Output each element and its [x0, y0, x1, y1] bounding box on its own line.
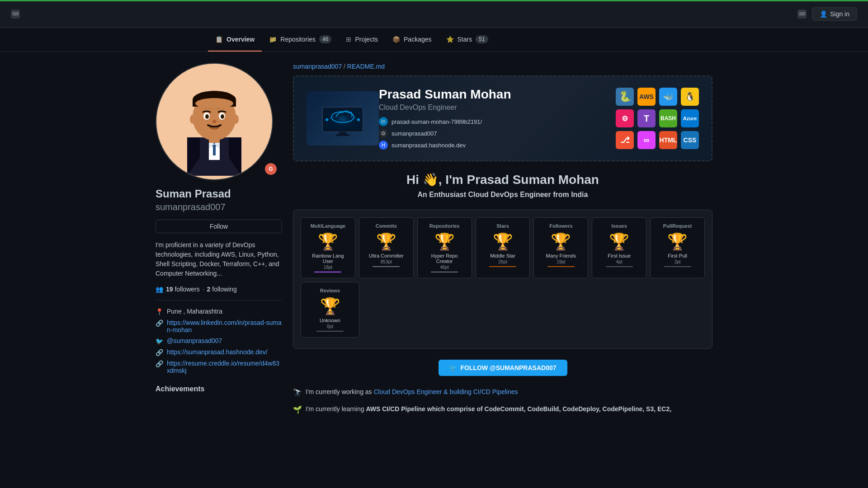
tab-projects[interactable]: ⊞ Projects [339, 28, 385, 52]
breadcrumb-user-link[interactable]: sumanprasad007 [293, 63, 342, 70]
tab-stars[interactable]: ⭐ Stars 51 [439, 28, 495, 52]
twitter-follow-wrapper: 🐦 FOLLOW @SUMANPRASAD007 [293, 360, 712, 376]
breadcrumb-file-link[interactable]: README.md [347, 63, 385, 70]
tab-overview[interactable]: 📋 Overview [208, 28, 262, 52]
readme-item-2-text: I'm currently learning AWS CI/CD Pipelin… [306, 404, 671, 414]
avatar-container: G [156, 63, 282, 180]
banner-links: in prasad-suman-mohan-7989b2191/ ⊙ suman… [379, 117, 616, 150]
trophy-followers-label: Followers [549, 223, 572, 229]
tech-row-2: ⚙ T BASH Azure [616, 109, 699, 127]
svg-point-15 [212, 120, 217, 123]
trophy-repos-score: 46pt [440, 265, 448, 270]
svg-point-14 [221, 114, 224, 119]
banner-illustration [311, 94, 374, 143]
terminal-icon-2[interactable]: ⌨ [797, 9, 807, 19]
tab-stars-label: Stars [458, 36, 472, 43]
trophy-repos-bar [431, 272, 458, 272]
devops-icon: ⚙ [616, 109, 634, 127]
trophy-pr-label: PullRequest [663, 223, 692, 229]
tab-packages[interactable]: 📦 Packages [385, 28, 439, 52]
location-icon: 📍 [156, 308, 163, 315]
trophy-reviews-name: Unknown [320, 318, 340, 323]
cicd-link[interactable]: Cloud DevOps Engineer & building CI/CD P… [374, 388, 518, 395]
profile-username: sumanprasad007 [156, 202, 282, 212]
twitter-bird-icon: 🐦 [449, 364, 457, 371]
link-icon-3: 🔗 [156, 360, 163, 367]
banner-linkedin-text: prasad-suman-mohan-7989b2191/ [392, 118, 482, 125]
svg-point-27 [326, 118, 328, 121]
followers-link[interactable]: 19 followers [166, 286, 200, 293]
profile-meta: 📍 Pune , Maharashtra 🔗 https://www.linke… [156, 308, 282, 374]
trophy-pr-name: First Pull [668, 253, 687, 258]
hashnode-link[interactable]: https://sumanprasad.hashnode.dev/ [167, 348, 268, 356]
trophy-issues-name: First Issue [608, 253, 631, 258]
banner-hashnode-text: sumanprasad.hashnode.dev [392, 142, 466, 149]
tab-repositories[interactable]: 📁 Repositories 46 [262, 28, 339, 52]
following-link[interactable]: 2 following [207, 286, 237, 293]
link-icon-1: 🔗 [156, 319, 163, 327]
readme-bullets: 🔭 I'm currently working as Cloud DevOps … [293, 387, 712, 415]
tech-row-1: 🐍 AWS 🐳 🐧 [616, 88, 699, 106]
docker-icon: 🐳 [659, 88, 677, 106]
follow-button[interactable]: Follow [156, 220, 282, 233]
git-icon: ⎇ [616, 131, 634, 149]
tab-projects-label: Projects [355, 36, 378, 43]
trophy-followers: Followers 🏆 Many Friends 19pt [533, 217, 588, 278]
resume-item: 🔗 https://resume.creddle.io/resume/d4w83… [156, 360, 282, 374]
right-content: sumanprasad007 / README.md [293, 63, 712, 421]
avatar [156, 63, 273, 180]
trophy-reviews-icon: 🏆 [320, 297, 340, 316]
following-label: following [212, 286, 236, 293]
avatar-badge: G [264, 162, 278, 176]
trophy-issues-score: 4pt [616, 259, 623, 264]
trophy-commits-icon: 🏆 [376, 232, 396, 251]
trophy-stars-bar [489, 266, 516, 267]
hashnode-item: 🔗 https://sumanprasad.hashnode.dev/ [156, 348, 282, 356]
progress-bar [0, 0, 868, 1]
python-icon: 🐍 [616, 88, 634, 106]
trophy-followers-icon: 🏆 [551, 232, 571, 251]
trophy-repos-label: Repositories [429, 223, 460, 229]
bullet-emoji-1: 🔭 [293, 387, 302, 399]
followers-row: 👥 19 followers · 2 following [156, 286, 282, 293]
sign-in-button[interactable]: 👤 Sign in [812, 7, 857, 21]
person-icon: 👤 [820, 10, 827, 18]
tab-repos-label: Repositories [280, 36, 316, 43]
terminal-icon: ⌨ [11, 9, 20, 19]
trophy-issues-label: Issues [612, 223, 627, 229]
tab-overview-label: Overview [226, 36, 255, 43]
sign-in-label: Sign in [830, 10, 849, 18]
hashnode-badge: H [379, 141, 388, 150]
terraform-icon: T [637, 109, 656, 127]
hi-heading: Hi 👋, I'm Prasad Suman Mohan [293, 172, 712, 187]
twitter-follow-button[interactable]: 🐦 FOLLOW @SUMANPRASAD007 [439, 360, 567, 376]
svg-point-10 [195, 98, 233, 109]
twitter-link[interactable]: @sumanprasad007 [167, 337, 222, 344]
breadcrumb-file: README [347, 63, 374, 70]
projects-icon: ⊞ [346, 36, 351, 43]
tab-packages-label: Packages [404, 36, 431, 43]
trophy-multilanguage-name: Rainbow Lang User [308, 253, 348, 264]
svg-point-17 [233, 115, 239, 124]
trophy-followers-bar [547, 266, 575, 267]
achievements-heading: Achievements [156, 385, 282, 393]
trophy-row-2: Reviews 🏆 Unknown 0pt [301, 282, 705, 338]
profile-tabs: 📋 Overview 📁 Repositories 46 ⊞ Projects … [0, 28, 868, 52]
trophy-row-1: MultiLanguage 🏆 Rainbow Lang User 18pt C… [301, 217, 705, 278]
packages-icon: 📦 [392, 36, 400, 43]
trophy-stars: Stars 🏆 Middle Star 26pt [476, 217, 530, 278]
resume-link[interactable]: https://resume.creddle.io/resume/d4w83xd… [167, 360, 282, 374]
bash-icon: BASH [659, 109, 677, 127]
followers-label: followers [175, 286, 199, 293]
topbar-right: ⌨ 👤 Sign in [797, 7, 857, 21]
linkedin-link[interactable]: https://www.linkedin.com/in/prasad-suman… [167, 319, 282, 333]
sub-heading: An Enthusiast Cloud DevOps Engineer from… [293, 191, 712, 199]
top-navbar: ⌨ ⌨ 👤 Sign in [0, 0, 868, 28]
trophy-grid: MultiLanguage 🏆 Rainbow Lang User 18pt C… [293, 210, 712, 349]
trophy-multilanguage-icon: 🏆 [318, 232, 338, 251]
css-icon: CSS [681, 131, 699, 149]
azure-icon: Azure [681, 109, 699, 127]
location-item: 📍 Pune , Maharashtra [156, 308, 282, 315]
trophy-stars-icon: 🏆 [493, 232, 513, 251]
svg-point-28 [357, 118, 360, 121]
